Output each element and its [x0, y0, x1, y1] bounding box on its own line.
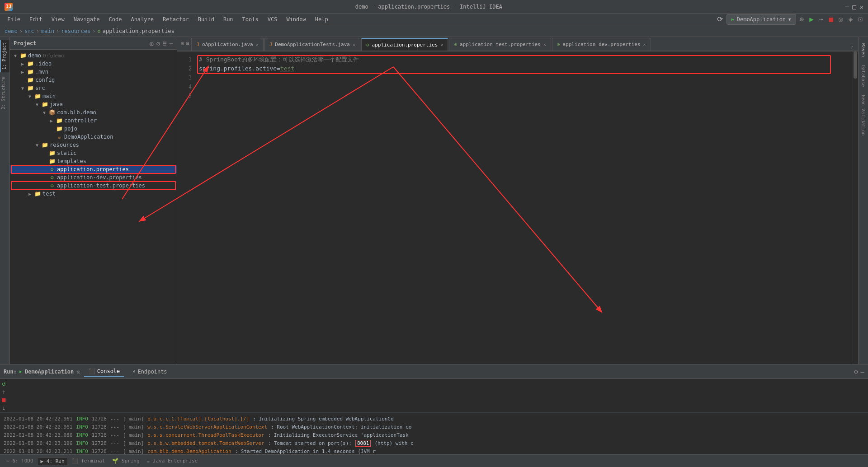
java-icon-demoapplication: ☕: [55, 134, 63, 140]
log-msg-3: : Initializing ExecutorService 'applicat…: [268, 432, 408, 438]
tab-close-application-properties[interactable]: ✕: [440, 42, 443, 47]
tab-close-application-dev-properties[interactable]: ✕: [643, 42, 646, 47]
java-enterprise-tab[interactable]: ☕ Java Enterprise: [144, 457, 201, 465]
breadcrumb-resources[interactable]: resources: [61, 28, 90, 34]
tree-item-idea[interactable]: ▶ 📁 .idea: [10, 60, 177, 68]
tree-label-java: java: [50, 101, 63, 107]
tree-item-templates[interactable]: 📁 templates: [10, 157, 177, 165]
breadcrumb-filename[interactable]: application.properties: [103, 28, 175, 34]
database-tab[interactable]: Database: [860, 62, 867, 89]
tree-arrow-mvn: ▶: [19, 70, 26, 75]
tree-item-static[interactable]: 📁 static: [10, 149, 177, 157]
menu-vcs[interactable]: VCS: [264, 15, 281, 23]
breadcrumb-demo[interactable]: demo: [5, 28, 18, 34]
console-scroll-down-icon[interactable]: ↓: [2, 404, 5, 411]
project-tree: ▼ 📁 demo D:\demo ▶ 📁 .idea ▶ 📁: [10, 50, 177, 364]
menu-code[interactable]: Code: [105, 15, 126, 23]
tab-close-application-test-properties[interactable]: ✕: [543, 42, 546, 47]
bottom-settings-icon[interactable]: ⚙: [854, 368, 858, 375]
project-panel-hide-icon[interactable]: —: [170, 40, 173, 47]
tree-item-java[interactable]: ▼ 📁 java: [10, 100, 177, 108]
console-rerun-icon[interactable]: ↺: [2, 380, 5, 387]
tab-close-demoapplicationtests[interactable]: ✕: [353, 42, 355, 47]
title-bar-controls[interactable]: ─ □ ✕: [845, 3, 863, 10]
tree-item-resources[interactable]: ▼ 📁 resources: [10, 141, 177, 149]
run-config-dropdown[interactable]: ▶ DemoApplication ▼: [726, 14, 796, 25]
menu-window[interactable]: Window: [283, 15, 309, 23]
editor-tab-application-test-properties[interactable]: ⚙ application-test.properties ✕: [449, 38, 551, 51]
menu-run[interactable]: Run: [220, 15, 237, 23]
menu-view[interactable]: View: [48, 15, 68, 23]
maximize-button[interactable]: □: [852, 3, 856, 10]
close-button[interactable]: ✕: [860, 3, 863, 10]
editor-tab-oapplication[interactable]: J oApplication.java ✕: [191, 38, 263, 51]
tree-item-controller[interactable]: ▶ 📁 controller: [10, 117, 177, 125]
toolbar-more-icon[interactable]: ⋯: [817, 15, 826, 23]
menu-edit[interactable]: Edit: [26, 15, 46, 23]
tree-item-config[interactable]: 📁 config: [10, 76, 177, 84]
tree-item-demoapplication[interactable]: ☕ DemoApplication: [10, 133, 177, 141]
tree-item-application-properties[interactable]: ⚙ application.properties: [10, 165, 177, 173]
run-tab[interactable]: ▶ 4: Run: [38, 457, 67, 465]
scrollbar-thumb[interactable]: [854, 51, 857, 79]
tree-label-demo: demo: [28, 52, 41, 59]
bottom-close-icon[interactable]: ✕: [76, 368, 80, 375]
menu-tools[interactable]: Tools: [239, 15, 262, 23]
stop-button[interactable]: ■: [827, 15, 835, 23]
console-output[interactable]: 2022-01-08 20:42:22.961 INFO 12728 --- […: [0, 413, 868, 454]
code-area[interactable]: # SpringBoot的多环境配置：可以选择激活哪一个配置文件 spring.…: [199, 55, 858, 100]
editor-content[interactable]: 1 2 3 4 5 # SpringBoot的多环境配置：可以选择激活哪一个配置…: [177, 51, 858, 364]
minimize-button[interactable]: ─: [845, 3, 849, 10]
menu-build[interactable]: Build: [194, 15, 218, 23]
tree-item-pojo[interactable]: 📁 pojo: [10, 125, 177, 133]
bottom-minimize-icon[interactable]: —: [861, 368, 864, 375]
editor-bookmark-icon[interactable]: ✓: [850, 44, 854, 51]
structure-tab[interactable]: 2: Structure: [0, 74, 9, 112]
project-tab[interactable]: 1: Project: [0, 40, 9, 72]
tree-item-test[interactable]: ▶ 📁 test: [10, 190, 177, 198]
spring-tab[interactable]: 🌱 Spring: [109, 457, 142, 465]
tree-item-demo[interactable]: ▼ 📁 demo D:\demo: [10, 51, 177, 60]
menu-file[interactable]: File: [4, 15, 24, 23]
tree-item-application-test-properties[interactable]: ⚙ application-test.properties: [10, 182, 177, 190]
toolbar-window-icon[interactable]: ⊡: [856, 15, 864, 23]
bottom-tab-console[interactable]: ⬛ Console: [84, 366, 125, 377]
menu-navigate[interactable]: Navigate: [70, 15, 104, 23]
project-panel-settings-icon[interactable]: ⚙: [156, 40, 160, 47]
log-logger-3: o.s.s.concurrent.ThreadPoolTaskExecutor: [147, 432, 264, 438]
tree-item-src[interactable]: ▼ 📁 src: [10, 84, 177, 92]
toolbar-sync-icon[interactable]: ⟳: [717, 15, 723, 23]
console-scroll-up-icon[interactable]: ↑: [2, 388, 5, 395]
tree-item-com-blb-demo[interactable]: ▼ 📦 com.blb.demo: [10, 108, 177, 117]
profile-icon[interactable]: ◈: [847, 15, 855, 23]
project-panel-locate-icon[interactable]: ◎: [150, 40, 153, 47]
run-button[interactable]: ▶: [807, 15, 816, 23]
console-side-buttons: ↺ ↑ ■ ↓: [2, 380, 5, 411]
menu-help[interactable]: Help: [311, 15, 332, 23]
editor-tab-demoapplicationtests[interactable]: J DemoApplicationTests.java ✕: [264, 38, 360, 51]
bean-validation-tab[interactable]: Bean Validation: [860, 92, 867, 138]
tree-item-mvn[interactable]: ▶ 📁 .mvn: [10, 68, 177, 76]
editor-scrollbar[interactable]: [853, 51, 858, 364]
bottom-tab-endpoints-label: Endpoints: [138, 369, 167, 375]
editor-tab-application-dev-properties[interactable]: ⚙ application-dev.properties ✕: [552, 38, 651, 51]
editor-tab-application-properties[interactable]: ⚙ application.properties ✕: [361, 38, 448, 51]
tree-item-main[interactable]: ▼ 📁 main: [10, 92, 177, 100]
todo-tab[interactable]: ≡ 6: TODO: [4, 457, 36, 465]
console-stop-icon[interactable]: ■: [2, 396, 5, 403]
project-panel-layout-icon[interactable]: ≡: [163, 40, 166, 47]
tree-item-application-dev-properties[interactable]: ⚙ application-dev.properties: [10, 173, 177, 182]
breadcrumb-src[interactable]: src: [24, 28, 34, 34]
editor-tab-settings-btn[interactable]: ⚙ ⊟: [179, 37, 191, 51]
maven-tab[interactable]: Maven: [860, 41, 867, 60]
breadcrumb-main[interactable]: main: [41, 28, 54, 34]
reload-icon[interactable]: ⊕: [798, 15, 806, 23]
coverage-icon[interactable]: ◎: [837, 15, 845, 23]
bottom-tab-endpoints[interactable]: ⚡ Endpoints: [128, 367, 171, 377]
tab-close-oapplication[interactable]: ✕: [256, 42, 259, 47]
breadcrumb-file[interactable]: ⚙: [97, 28, 100, 34]
tree-label-src: src: [35, 85, 45, 91]
terminal-tab[interactable]: ⬛ Terminal: [69, 457, 108, 465]
menu-analyze[interactable]: Analyze: [127, 15, 157, 23]
menu-refactor[interactable]: Refactor: [159, 15, 193, 23]
